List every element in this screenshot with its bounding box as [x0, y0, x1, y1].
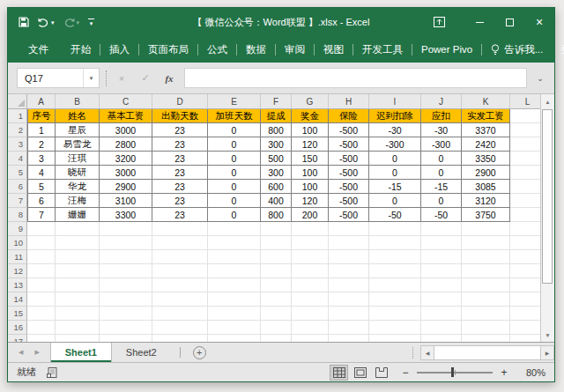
column-header-E[interactable]: E	[208, 94, 261, 109]
table-cell[interactable]: 3000	[100, 123, 152, 137]
row-header-7[interactable]: 7	[8, 194, 27, 208]
empty-cell[interactable]	[369, 222, 421, 236]
table-cell[interactable]: 100	[292, 166, 329, 180]
table-cell[interactable]: 3200	[100, 152, 152, 166]
table-cell[interactable]: 600	[261, 180, 292, 194]
table-cell[interactable]: 1	[27, 123, 56, 137]
empty-cell[interactable]	[152, 335, 208, 342]
empty-cell[interactable]	[27, 335, 56, 342]
tab-6[interactable]: 审阅	[276, 36, 314, 63]
table-cell[interactable]: -500	[329, 152, 369, 166]
empty-cell[interactable]	[27, 292, 56, 307]
empty-cell[interactable]	[56, 307, 100, 321]
empty-cell[interactable]	[100, 278, 152, 292]
empty-cell[interactable]	[421, 222, 462, 236]
column-header-F[interactable]: F	[261, 94, 292, 109]
empty-cell[interactable]	[27, 264, 56, 278]
empty-cell[interactable]	[292, 321, 329, 335]
empty-cell[interactable]	[152, 236, 208, 250]
table-cell[interactable]: 120	[292, 137, 329, 152]
select-all-corner[interactable]	[8, 94, 27, 109]
table-cell[interactable]: 150	[292, 152, 329, 166]
empty-cell[interactable]	[462, 292, 510, 307]
table-header-cell[interactable]: 保险	[329, 109, 369, 123]
table-cell[interactable]: 300	[261, 166, 292, 180]
row-header-4[interactable]: 4	[8, 152, 27, 166]
formula-input[interactable]	[184, 68, 527, 88]
macro-record-icon[interactable]	[47, 367, 57, 378]
row-header-2[interactable]: 2	[8, 123, 27, 137]
empty-cell[interactable]	[369, 321, 421, 335]
empty-cell[interactable]	[152, 264, 208, 278]
table-cell[interactable]: 3750	[462, 208, 510, 222]
table-cell[interactable]: 3300	[100, 208, 152, 222]
table-cell[interactable]: 23	[152, 180, 208, 194]
tab-5[interactable]: 数据	[237, 36, 275, 63]
zoom-slider[interactable]	[417, 367, 493, 378]
empty-cell[interactable]	[369, 236, 421, 250]
table-cell[interactable]: -30	[369, 123, 421, 137]
row-header-10[interactable]: 10	[8, 236, 27, 250]
table-cell[interactable]: -50	[369, 208, 421, 222]
empty-cell[interactable]	[261, 250, 292, 264]
table-cell[interactable]: -500	[329, 194, 369, 208]
table-cell[interactable]: 0	[208, 137, 261, 152]
empty-cell[interactable]	[100, 264, 152, 278]
row-header-6[interactable]: 6	[8, 180, 27, 194]
table-cell[interactable]: 7	[27, 208, 56, 222]
empty-cell[interactable]	[462, 307, 510, 321]
table-cell[interactable]: 0	[369, 152, 421, 166]
table-cell[interactable]: 23	[152, 194, 208, 208]
empty-cell[interactable]	[152, 222, 208, 236]
row-header-3[interactable]: 3	[8, 137, 27, 152]
table-header-cell[interactable]: 应扣	[421, 109, 462, 123]
empty-cell[interactable]	[208, 335, 261, 342]
empty-cell[interactable]	[329, 292, 369, 307]
table-cell[interactable]: -500	[329, 123, 369, 137]
table-cell[interactable]: 0	[369, 194, 421, 208]
column-header-I[interactable]: I	[369, 94, 421, 109]
empty-cell[interactable]	[329, 222, 369, 236]
column-header-H[interactable]: H	[329, 94, 369, 109]
customize-qat-button[interactable]: ▾	[88, 18, 94, 26]
empty-cell[interactable]	[292, 292, 329, 307]
horizontal-scrollbar[interactable]: ◀ ▶	[420, 345, 554, 360]
empty-cell[interactable]	[329, 335, 369, 342]
empty-cell[interactable]	[369, 250, 421, 264]
table-cell[interactable]: 0	[208, 180, 261, 194]
empty-cell[interactable]	[56, 222, 100, 236]
column-header-C[interactable]: C	[100, 94, 152, 109]
sign-in-button[interactable]: 登录	[552, 43, 564, 56]
sheet-nav-left-icon[interactable]: ◀	[19, 349, 23, 356]
column-header-J[interactable]: J	[421, 94, 462, 109]
maximize-button[interactable]	[494, 8, 524, 36]
vertical-scrollbar-thumb[interactable]	[542, 109, 553, 284]
empty-cell[interactable]	[56, 250, 100, 264]
table-cell[interactable]: 0	[421, 194, 462, 208]
scroll-down-icon[interactable]: ▼	[541, 328, 554, 342]
column-header-G[interactable]: G	[292, 94, 329, 109]
name-box[interactable]: Q17 ▾	[17, 68, 100, 88]
empty-cell[interactable]	[329, 321, 369, 335]
scroll-up-icon[interactable]: ▲	[541, 94, 554, 108]
empty-cell[interactable]	[27, 222, 56, 236]
row-header-16[interactable]: 16	[8, 321, 27, 335]
empty-cell[interactable]	[208, 250, 261, 264]
table-cell[interactable]: 2	[27, 137, 56, 152]
empty-cell[interactable]	[56, 292, 100, 307]
tell-me-box[interactable]: 告诉我...	[482, 43, 552, 56]
empty-cell[interactable]	[208, 307, 261, 321]
empty-cell[interactable]	[421, 321, 462, 335]
table-cell[interactable]: 星辰	[56, 123, 100, 137]
empty-cell[interactable]	[100, 321, 152, 335]
empty-cell[interactable]	[100, 236, 152, 250]
table-cell[interactable]: 0	[208, 194, 261, 208]
table-header-cell[interactable]: 姓名	[56, 109, 100, 123]
table-cell[interactable]: 3085	[462, 180, 510, 194]
table-cell[interactable]: 0	[208, 123, 261, 137]
table-cell[interactable]: 易雪龙	[56, 137, 100, 152]
empty-cell[interactable]	[292, 236, 329, 250]
empty-cell[interactable]	[421, 250, 462, 264]
empty-cell[interactable]	[261, 236, 292, 250]
empty-cell[interactable]	[329, 236, 369, 250]
